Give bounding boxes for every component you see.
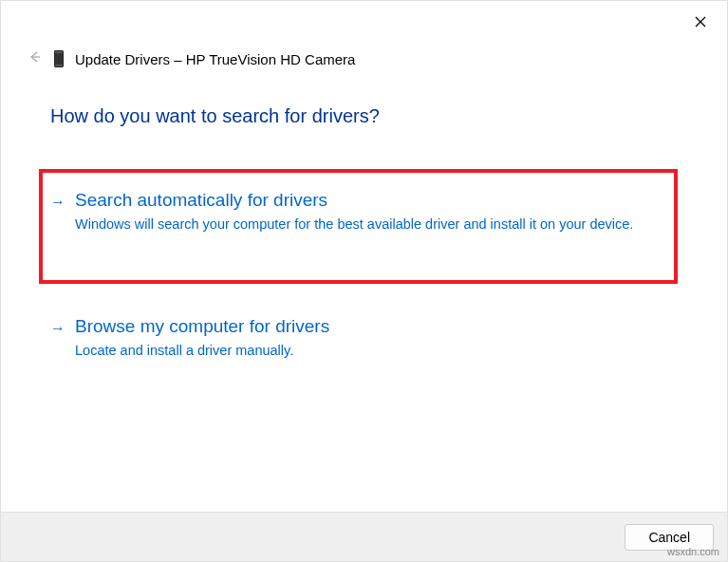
watermark: wsxdn.com: [667, 546, 719, 557]
arrow-right-icon: →: [50, 194, 65, 211]
dialog-footer: Cancel: [1, 512, 727, 561]
device-icon: [54, 50, 64, 67]
dialog-title: Update Drivers – HP TrueVision HD Camera: [75, 51, 355, 67]
arrow-right-icon: →: [50, 320, 65, 337]
back-button[interactable]: [26, 50, 43, 67]
option-browse-computer[interactable]: → Browse my computer for drivers Locate …: [50, 303, 678, 378]
close-button[interactable]: [691, 12, 710, 31]
option-search-automatically[interactable]: → Search automatically for drivers Windo…: [39, 169, 678, 284]
question-heading: How do you want to search for drivers?: [50, 105, 678, 127]
option-description: Windows will search your computer for th…: [75, 215, 657, 234]
option-description: Locate and install a driver manually.: [75, 341, 661, 361]
option-title: Browse my computer for drivers: [75, 316, 661, 337]
option-title: Search automatically for drivers: [75, 190, 657, 211]
main-content: How do you want to search for drivers? →…: [1, 67, 727, 378]
dialog-header: Update Drivers – HP TrueVision HD Camera: [1, 1, 727, 67]
back-arrow-icon: [28, 50, 41, 64]
close-icon: [695, 16, 706, 28]
